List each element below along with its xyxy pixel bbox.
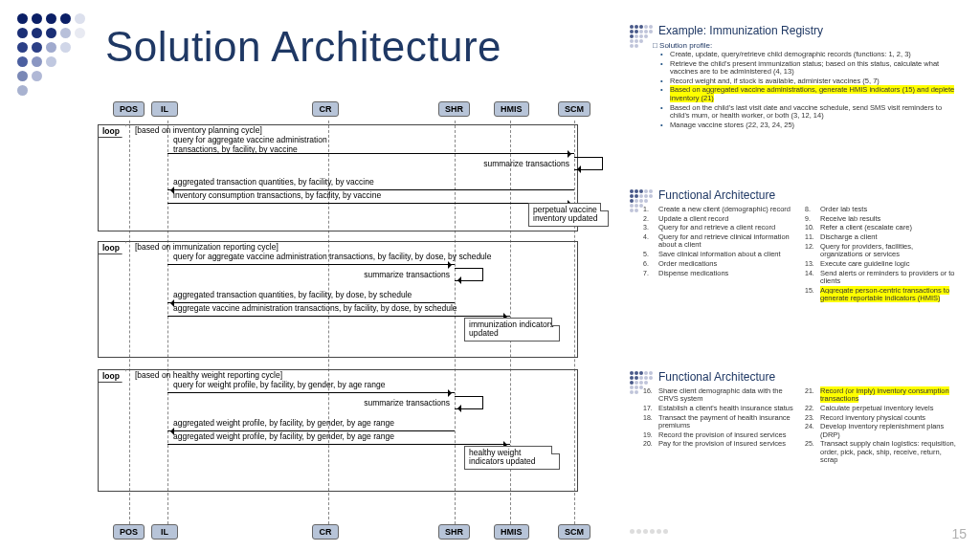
mini-logo-icon [630,25,653,48]
actor-shr-top: SHR [438,101,470,117]
thumb1-title: Example: Immunization Registry [658,25,965,38]
actor-row-bottom: POSILCRSHRHMISSCM [103,524,609,543]
thumbnail-immunization-registry: Example: Immunization Registry □ Solutio… [628,25,965,131]
thumb3-col1: Share client demographic data with the C… [643,387,795,466]
actor-pos-bottom: POS [113,524,145,540]
thumb3-col2: Record (or imply) inventory consumption … [805,387,957,466]
page-number: 15 [951,526,967,541]
page-title: Solution Architecture [105,23,501,71]
thumb2-col1: Create a new client (demographic) record… [643,206,795,304]
actor-shr-bottom: SHR [438,524,470,540]
actor-scm-top: SCM [558,101,590,117]
thumb1-list: Create, update, query/retrieve child dem… [657,51,957,130]
actor-pos-top: POS [113,101,145,117]
actor-hmis-bottom: HMIS [494,524,529,540]
logo-dot-grid [17,13,86,97]
actor-il-top: IL [151,101,178,117]
actor-cr-bottom: CR [312,524,339,540]
sequence-diagram: POSILCRSHRHMISSCM POSILCRSHRHMISSCM loop… [103,101,609,543]
thumbnail-functional-arch-1: Functional Architecture Create a new cli… [628,189,965,304]
actor-il-bottom: IL [151,524,178,540]
actor-hmis-top: HMIS [494,101,529,117]
thumb1-subhead: □ Solution profile: [653,41,957,50]
thumbnail-functional-arch-2: Functional Architecture Share client dem… [628,371,965,466]
thumb2-title: Functional Architecture [658,189,965,203]
thumb2-col2: Order lab testsReceive lab resultsRefer … [805,206,957,304]
actor-cr-top: CR [312,101,339,117]
actor-scm-bottom: SCM [558,524,590,540]
thumb3-title: Functional Architecture [658,371,965,385]
actor-row-top: POSILCRSHRHMISSCM [103,101,609,121]
pagination-dots [630,529,668,534]
